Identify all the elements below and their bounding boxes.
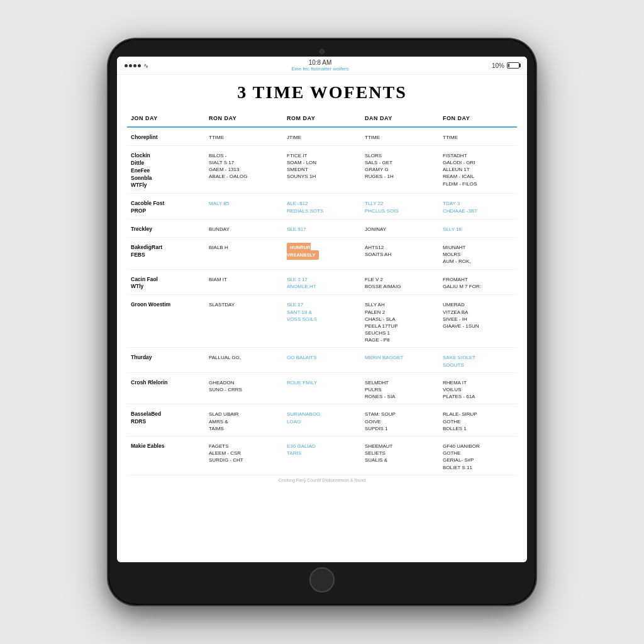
cell-r0-c3: TTIME: [361, 127, 439, 145]
cell-r9-c4: RLALE- SIRUPGOTHEBOLLES 1: [439, 404, 517, 436]
row-label-5: Cacin FaolWTly: [127, 269, 205, 295]
cell-r7-c4: SAKE SIOLETSOOUTS: [439, 348, 517, 372]
cell-r1-c2: FTICE ITSOAM - LONSMEDNTSOUNYS 1H: [283, 145, 361, 193]
row-label-8: Crosh Rlelorin: [127, 372, 205, 404]
dot1: [125, 64, 128, 67]
dot4: [138, 64, 141, 67]
signal-dots: [125, 64, 141, 67]
camera: [319, 49, 325, 54]
status-right: 10%: [492, 62, 519, 69]
cell-r4-c3: AHTS12SOAITS AH: [361, 238, 439, 270]
cell-r3-c4: SLLY 18: [439, 219, 517, 238]
table-row: ChoreplintTTIMEJTIMETTIMETTIME: [127, 127, 517, 145]
content-area[interactable]: 3 TIME WOFENTS JON DAY RON DAY ROM DAY D…: [117, 75, 527, 562]
cell-r8-c1: GHEADONSUNO - CRRS: [205, 372, 283, 404]
status-center-block: 10:8 AM Eine fec fistmatter wolfers: [291, 59, 349, 72]
col-header-4: FON DAY: [439, 113, 517, 127]
cell-r8-c3: SELMDHTPULRSRONES - SIA: [361, 372, 439, 404]
cell-r7-c3: MERIN BAGGET: [361, 348, 439, 372]
cell-r2-c3: TLLY 22PHCLUS SOIS: [361, 194, 439, 219]
cell-r6-c4: UMERADVITZEA BASIVEE - IHGIAAVE - 1SUN: [439, 295, 517, 348]
row-label-0: Choreplint: [127, 127, 205, 145]
cell-r8-c2: ROUE FMILY: [283, 372, 361, 404]
cell-r5-c3: FLE V 2BOSSE AIMAIG: [361, 269, 439, 295]
ipad-screen: ∿ 10:8 AM Eine fec fistmatter wolfers 10…: [117, 57, 527, 562]
cell-r6-c1: SLASTDAY: [205, 295, 283, 348]
cell-r10-c1: FAGETSALEEM - CSRSURDIG - CHT: [205, 436, 283, 475]
cell-r2-c1: MALY 85: [205, 194, 283, 219]
dot2: [129, 64, 132, 67]
ipad-device: ∿ 10:8 AM Eine fec fistmatter wolfers 10…: [108, 39, 536, 605]
cell-r9-c1: SLAD UBAIRAMRS &TAIMS: [205, 404, 283, 436]
status-bar: ∿ 10:8 AM Eine fec fistmatter wolfers 10…: [117, 57, 527, 75]
table-row: ThurdayPALLUAL GG,OO BALAITSMERIN BAGGET…: [127, 348, 517, 372]
battery-percent: 10%: [492, 62, 504, 69]
cell-r4-c1: BIALB H: [205, 238, 283, 270]
table-header-row: JON DAY RON DAY ROM DAY DAN DAY FON DAY: [127, 113, 517, 127]
cell-r3-c2: SLE 917: [283, 219, 361, 238]
cell-r2-c4: TDAY 3CHDIAAE -3BT: [439, 194, 517, 219]
table-row: Groon WoestimSLASTDAYSLE 17SANT-18 &VOSS…: [127, 295, 517, 348]
cell-r7-c2: OO BALAITS: [283, 348, 361, 372]
cell-r0-c2: JTIME: [283, 127, 361, 145]
table-row: TreckleyBUNDAYSLE 917JONINAYSLLY 18: [127, 219, 517, 238]
cell-r9-c3: STAM: SOUPGOIVESUPDIS 1: [361, 404, 439, 436]
table-row: BakedigRartFEBSBIALB HHUNRURVREANBSLYAHT…: [127, 238, 517, 270]
table-row: ClockinDittleEneFeeSonnblaWTFlyBILOS -SI…: [127, 145, 517, 193]
row-label-7: Thurday: [127, 348, 205, 372]
schedule-table: JON DAY RON DAY ROM DAY DAN DAY FON DAY …: [127, 113, 517, 475]
cell-r8-c4: RHEMA ITVOILUSPLATES - 61A: [439, 372, 517, 404]
cell-r6-c2: SLE 17SANT-18 &VOSS SGILS: [283, 295, 361, 348]
cell-r4-c4: MIUNAHTMOLRSAUM - ROK,: [439, 238, 517, 270]
row-label-9: BasselaBedRDRS: [127, 404, 205, 436]
cell-r6-c3: SLLY AHPALEN 2CHASL - SLAPEELA 17TUPSEUC…: [361, 295, 439, 348]
row-label-2: Cacoble FostPROP: [127, 194, 205, 219]
home-button[interactable]: [309, 567, 335, 592]
cell-r0-c4: TTIME: [439, 127, 517, 145]
col-header-1: RON DAY: [205, 113, 283, 127]
battery-fill: [508, 64, 509, 67]
cell-r1-c3: SLORSSALS - GETGRAMY GRUGES - 1H: [361, 145, 439, 193]
col-header-2: ROM DAY: [283, 113, 361, 127]
col-header-3: DAN DAY: [361, 113, 439, 127]
cell-r1-c1: BILOS -SIALT S 17GAEM - 1313ABALE - OALO…: [205, 145, 283, 193]
row-label-6: Groon Woestim: [127, 295, 205, 348]
cell-r2-c2: ALE -$12REDIALS SOTS: [283, 194, 361, 219]
cell-r5-c1: BIAM IT: [205, 269, 283, 295]
cell-r7-c1: PALLUAL GG,: [205, 348, 283, 372]
cell-r4-c2: HUNRURVREANBSLY: [283, 238, 361, 270]
row-label-1: ClockinDittleEneFeeSonnblaWTFly: [127, 145, 205, 193]
footer-text: Crisfong Fiery Countif Diskunnemon & fou…: [127, 475, 517, 484]
cell-r5-c2: SLE 3 17ANOMLE,HT: [283, 269, 361, 295]
table-row: BasselaBedRDRSSLAD UBAIRAMRS &TAIMSSURIA…: [127, 404, 517, 436]
status-subtitle: Eine fec fistmatter wolfers: [291, 66, 349, 72]
row-label-10: Makie Eables: [127, 436, 205, 475]
table-row: Makie EablesFAGETSALEEM - CSRSURDIG - CH…: [127, 436, 517, 475]
cell-r10-c2: E30 GALIADTARIS: [283, 436, 361, 475]
status-time: 10:8 AM: [291, 59, 349, 66]
wifi-icon: ∿: [143, 62, 148, 69]
battery-tip: [519, 64, 521, 67]
page-title: 3 TIME WOFENTS: [127, 82, 517, 103]
cell-r3-c3: JONINAY: [361, 219, 439, 238]
cell-r10-c3: SHEEMAUTSELIETSSUALIS &: [361, 436, 439, 475]
row-label-3: Treckley: [127, 219, 205, 238]
cell-r3-c1: BUNDAY: [205, 219, 283, 238]
cell-r5-c4: FROMAHTGALIU M 7 FOR:: [439, 269, 517, 295]
col-header-0: JON DAY: [127, 113, 205, 127]
status-left: ∿: [125, 62, 148, 69]
table-row: Cacoble FostPROPMALY 85ALE -$12REDIALS S…: [127, 194, 517, 219]
table-row: Crosh RlelorinGHEADONSUNO - CRRSROUE FMI…: [127, 372, 517, 404]
cell-r10-c4: GF40 UANIBORGOTHEGERIAL- S#PBOLIET S 11: [439, 436, 517, 475]
row-label-4: BakedigRartFEBS: [127, 238, 205, 270]
battery-icon: [507, 62, 519, 69]
cell-r9-c2: SURIANABOGLOAG: [283, 404, 361, 436]
dot3: [133, 64, 136, 67]
cell-r1-c4: FISTADHTGALODI - GRIALLEUN 1TREAM - ICAI…: [439, 145, 517, 193]
table-row: Cacin FaolWTlyBIAM ITSLE 3 17ANOMLE,HTFL…: [127, 269, 517, 295]
cell-r0-c1: TTIME: [205, 127, 283, 145]
